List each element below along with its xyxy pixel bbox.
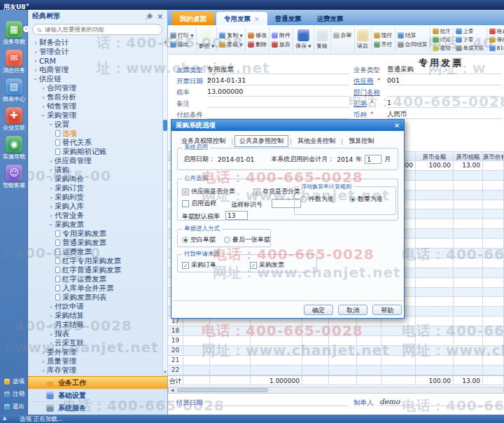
radio-circle-icon[interactable] xyxy=(349,196,356,202)
reference-icon[interactable] xyxy=(200,29,212,41)
grid-cell[interactable] xyxy=(183,326,210,336)
grid-cell[interactable]: 13.00 xyxy=(454,161,483,171)
tree-item-质量管理[interactable]: ›质量管理 xyxy=(29,356,162,366)
chevron-collapsed-icon[interactable]: › xyxy=(48,203,55,210)
dropdown-arrow-icon[interactable]: ▼ xyxy=(211,43,215,48)
chevron-collapsed-icon[interactable]: › xyxy=(32,67,39,74)
tree-item-采购发票列表[interactable]: 采购发票列表 xyxy=(29,293,162,302)
chevron-collapsed-icon[interactable]: › xyxy=(48,321,55,328)
grid-cell[interactable] xyxy=(251,356,302,366)
grid-cell[interactable] xyxy=(483,268,504,278)
tree-item-财务会计[interactable]: ›财务会计 xyxy=(29,38,162,47)
grid-cell[interactable] xyxy=(416,317,454,326)
grid-cell[interactable] xyxy=(382,346,416,356)
chevron-collapsed-icon[interactable]: › xyxy=(48,212,55,219)
chevron-collapsed-icon[interactable]: › xyxy=(32,39,39,46)
tree-item-付款申请[interactable]: ›付款申请 xyxy=(29,302,162,311)
grid-cell[interactable] xyxy=(454,297,483,307)
toolbar-button-通知[interactable]: 通知 xyxy=(433,44,451,53)
toolbar-button-结算[interactable]: 结算 xyxy=(398,31,428,40)
grid-cell[interactable] xyxy=(483,288,504,298)
tree-item-供应链[interactable]: ›供应链 xyxy=(29,74,162,83)
grid-cell[interactable] xyxy=(357,336,382,346)
dialog-close-icon[interactable]: × xyxy=(394,120,400,131)
grid-cell[interactable] xyxy=(454,249,483,258)
toolbar-button-附件[interactable]: 附件 xyxy=(272,31,290,40)
dropdown-arrow-icon[interactable]: ▼ xyxy=(239,33,243,38)
scroll-up-icon[interactable]: ▲ xyxy=(163,39,167,44)
search-input[interactable] xyxy=(43,25,158,34)
toolbar-button-合同结算[interactable]: 合同结算 xyxy=(398,40,428,49)
tree-item-云采互联[interactable]: ›云采互联 xyxy=(29,338,162,347)
status-chevron-icon[interactable]: ▲ xyxy=(3,415,6,421)
grid-cell[interactable] xyxy=(416,171,454,181)
toolbar-button-保存格式[interactable]: 保存格式 xyxy=(489,36,504,44)
grid-cell[interactable] xyxy=(416,307,454,317)
toolbar-button-单据关联[interactable]: 单据关联 xyxy=(456,44,484,53)
grid-cell[interactable]: 22 xyxy=(168,366,183,375)
tree-item-报表[interactable]: ›报表 xyxy=(29,329,162,338)
grid-row[interactable]: 19 xyxy=(168,336,504,346)
tree-search-box[interactable] xyxy=(32,24,162,35)
tree-item-采购询价[interactable]: ›采购询价 xyxy=(29,174,162,183)
rail-footer-注销[interactable]: 注销 xyxy=(0,388,28,401)
account-month-input[interactable] xyxy=(365,155,382,164)
toolbar-button-批注[interactable]: 批注 xyxy=(433,27,451,36)
toolbar-button-修改[interactable]: 修改 xyxy=(248,31,267,40)
grid-cell[interactable] xyxy=(302,356,329,366)
rail-item-报表中心[interactable]: ▤报表中心 xyxy=(0,78,28,102)
field-value-供应商[interactable]: 001 xyxy=(387,76,502,85)
field-value-部门名称[interactable] xyxy=(387,88,502,97)
tree-item-采购入库[interactable]: ›采购入库 xyxy=(29,202,162,211)
toolbar-button-下查[interactable]: 下查 xyxy=(456,36,484,44)
tab-close-icon[interactable]: × xyxy=(254,15,260,22)
grid-cell[interactable] xyxy=(210,326,251,336)
toolbar-button-参照[interactable]: 参照▼ xyxy=(199,42,215,50)
checkbox-box-icon[interactable]: ✓ xyxy=(250,262,257,269)
settle-date-field[interactable] xyxy=(209,398,349,406)
tree-item-供应商管理[interactable]: ›供应商管理 xyxy=(29,156,162,165)
default-tax-input[interactable] xyxy=(225,211,248,220)
grid-cell[interactable] xyxy=(416,366,454,375)
grid-cell[interactable] xyxy=(454,366,483,375)
grid-cell[interactable]: 20 xyxy=(168,346,183,356)
payment-request-icon[interactable] xyxy=(357,29,369,41)
grid-cell[interactable] xyxy=(416,219,454,229)
chevron-collapsed-icon[interactable]: › xyxy=(32,48,39,55)
tree-footer-基础设置[interactable]: 基础设置 xyxy=(28,389,167,401)
grid-cell[interactable] xyxy=(483,336,504,346)
grid-cell[interactable] xyxy=(183,346,210,356)
tree-item-代管业务[interactable]: ›代管业务 xyxy=(29,211,162,220)
toolbar-button-复制[interactable]: 复制▼ xyxy=(219,31,243,40)
toolbar-button-复核[interactable]: 复核 xyxy=(316,42,328,50)
radio-circle-icon[interactable] xyxy=(224,237,230,243)
toolbar-button-删除[interactable]: 删除 xyxy=(248,40,267,49)
grid-cell[interactable] xyxy=(416,239,454,249)
chevron-collapsed-icon[interactable]: › xyxy=(48,303,55,310)
grid-cell[interactable] xyxy=(483,366,504,375)
grid-cell[interactable] xyxy=(251,326,302,336)
field-label-供应商[interactable]: 供应商 xyxy=(354,77,374,86)
chevron-collapsed-icon[interactable]: › xyxy=(32,57,39,64)
tree-item-采购期初记账[interactable]: 采购期初记账 xyxy=(29,147,162,156)
checkbox-采购订单[interactable]: ✓采购订单 xyxy=(182,261,216,270)
tree-footer-业务工作[interactable]: 业务工作 xyxy=(28,376,167,389)
tree-item-管理会计[interactable]: ›管理会计 xyxy=(29,47,162,56)
tree-scrollbar[interactable]: ▲ ▼ xyxy=(162,38,168,375)
grid-cell[interactable] xyxy=(483,326,504,336)
grid-cell[interactable] xyxy=(483,219,504,229)
toolbar-button-保存[interactable]: 保存▼ xyxy=(295,42,312,50)
tree-item-运费发票[interactable]: 运费发票 xyxy=(29,247,162,256)
grid-cell[interactable] xyxy=(483,356,504,366)
rail-footer-选项[interactable]: 选项 xyxy=(0,375,28,388)
toolbar-button-放弃[interactable]: 放弃 xyxy=(272,40,290,49)
grid-cell[interactable] xyxy=(183,336,210,346)
field-value-付款条件[interactable] xyxy=(207,110,349,119)
grid-cell[interactable]: 18 xyxy=(168,326,183,336)
tree-item-替代关系[interactable]: 替代关系 xyxy=(29,138,162,147)
grid-cell[interactable] xyxy=(483,258,504,268)
grid-cell[interactable] xyxy=(416,249,454,258)
field-value-开票日期[interactable]: 2014-01-31 xyxy=(207,76,349,85)
rail-item-企业互联[interactable]: ✚企业互联 xyxy=(0,107,28,131)
grid-cell[interactable] xyxy=(302,326,329,336)
